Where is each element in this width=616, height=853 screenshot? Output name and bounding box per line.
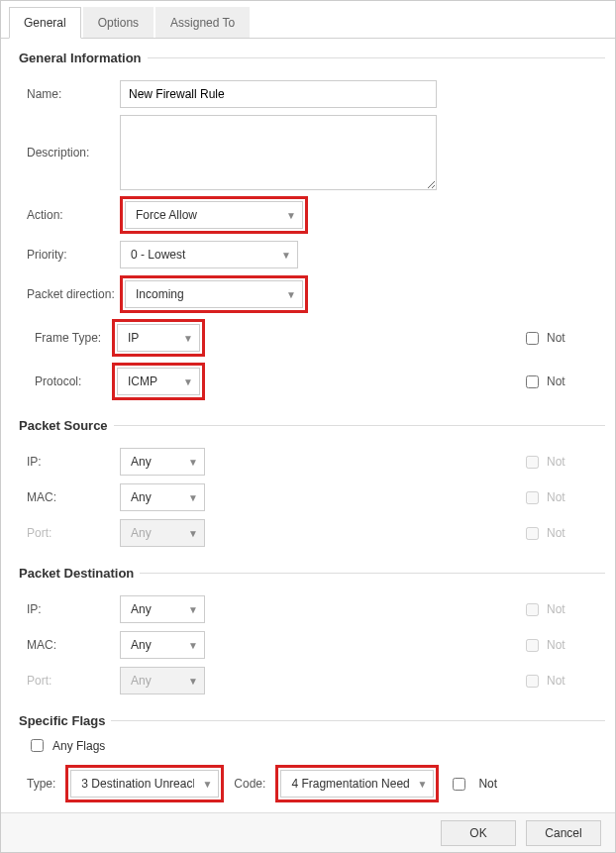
packet-direction-label: Packet direction: — [17, 287, 120, 301]
dst-port-not-label: Not — [547, 674, 565, 688]
caret-down-icon: ▼ — [188, 457, 198, 468]
protocol-highlight: ICMP ▼ — [112, 363, 205, 400]
section-packet-source-title: Packet Source — [17, 418, 114, 433]
dst-ip-not: Not — [526, 602, 605, 616]
dst-mac-not-checkbox — [526, 639, 539, 652]
protocol-not-label: Not — [547, 374, 565, 388]
tab-assigned-to[interactable]: Assigned To — [155, 7, 250, 38]
dst-ip-select[interactable]: Any ▼ — [120, 595, 205, 623]
any-flags-checkbox[interactable] — [31, 739, 44, 752]
description-label: Description: — [17, 146, 120, 160]
caret-down-icon: ▼ — [188, 676, 198, 687]
ok-button-label: OK — [469, 826, 486, 840]
src-port-not-checkbox — [526, 527, 539, 540]
flag-type-select-value: 3 Destination Unreacha — [81, 777, 194, 791]
src-port-not: Not — [526, 526, 605, 540]
dst-mac-label: MAC: — [17, 638, 120, 652]
caret-down-icon: ▼ — [188, 640, 198, 651]
src-mac-select-value: Any — [131, 490, 152, 504]
flag-type-select[interactable]: 3 Destination Unreacha ▼ — [70, 770, 219, 798]
frame-type-label: Frame Type: — [17, 331, 112, 345]
protocol-label: Protocol: — [17, 374, 112, 388]
frame-type-select[interactable]: IP ▼ — [117, 324, 200, 352]
dst-port-select: Any ▼ — [120, 667, 205, 694]
src-mac-not-label: Not — [547, 490, 565, 504]
priority-label: Priority: — [17, 248, 120, 262]
caret-down-icon: ▼ — [188, 492, 198, 503]
caret-down-icon: ▼ — [183, 333, 193, 344]
frame-type-not-checkbox[interactable] — [526, 332, 539, 345]
protocol-not-checkbox[interactable] — [526, 375, 539, 388]
tab-general-label: General — [24, 16, 66, 30]
dst-mac-select[interactable]: Any ▼ — [120, 631, 205, 659]
src-mac-label: MAC: — [17, 490, 120, 504]
flag-code-highlight: 4 Fragmentation Neede ▼ — [275, 765, 439, 802]
description-textarea[interactable] — [120, 115, 437, 190]
cancel-button[interactable]: Cancel — [526, 820, 601, 846]
dst-port-label: Port: — [17, 674, 120, 688]
priority-select[interactable]: 0 - Lowest ▼ — [120, 241, 298, 268]
section-packet-destination: Packet Destination IP: Any ▼ Not MAC: An… — [17, 566, 605, 705]
frame-type-highlight: IP ▼ — [112, 319, 205, 357]
action-select[interactable]: Force Allow ▼ — [125, 201, 303, 229]
section-specific-flags: Specific Flags Any Flags Type: 3 Destina… — [17, 713, 605, 812]
dst-ip-select-value: Any — [131, 602, 152, 616]
cancel-button-label: Cancel — [545, 826, 581, 840]
section-packet-source: Packet Source IP: Any ▼ Not MAC: Any ▼ N… — [17, 418, 605, 558]
section-general-information-title: General Information — [17, 51, 148, 65]
src-port-select: Any ▼ — [120, 519, 205, 547]
name-input[interactable] — [120, 80, 437, 108]
dst-port-not-checkbox — [526, 675, 539, 688]
tab-assigned-to-label: Assigned To — [170, 16, 235, 30]
caret-down-icon: ▼ — [417, 779, 427, 790]
src-ip-select-value: Any — [131, 455, 152, 469]
ok-button[interactable]: OK — [441, 820, 516, 846]
flag-not-label: Not — [478, 777, 497, 791]
packet-direction-highlight: Incoming ▼ — [120, 275, 308, 313]
packet-direction-select-value: Incoming — [136, 287, 184, 301]
dst-port-not: Not — [526, 674, 605, 688]
tab-options-label: Options — [98, 16, 139, 30]
caret-down-icon: ▼ — [183, 376, 193, 387]
action-select-value: Force Allow — [136, 208, 197, 222]
dst-mac-not: Not — [526, 638, 605, 652]
src-mac-select[interactable]: Any ▼ — [120, 483, 205, 511]
dst-port-select-value: Any — [131, 674, 152, 688]
tab-options[interactable]: Options — [83, 7, 154, 38]
dst-mac-not-label: Not — [547, 638, 565, 652]
protocol-select[interactable]: ICMP ▼ — [117, 368, 200, 395]
any-flags-label: Any Flags — [52, 739, 105, 753]
src-mac-not-checkbox — [526, 491, 539, 504]
dst-ip-label: IP: — [17, 602, 120, 616]
priority-select-value: 0 - Lowest — [131, 248, 185, 262]
src-ip-select[interactable]: Any ▼ — [120, 448, 205, 476]
form-scroll-area[interactable]: General Information Name: Description: A… — [1, 35, 615, 812]
src-port-select-value: Any — [131, 526, 152, 540]
flag-type-label: Type: — [27, 777, 55, 791]
src-ip-not-label: Not — [547, 455, 565, 469]
caret-down-icon: ▼ — [281, 250, 291, 261]
src-mac-not: Not — [526, 490, 605, 504]
caret-down-icon: ▼ — [188, 604, 198, 615]
flag-type-highlight: 3 Destination Unreacha ▼ — [65, 765, 224, 802]
flag-not-checkbox[interactable] — [453, 778, 465, 791]
tab-bar: General Options Assigned To — [1, 1, 615, 39]
src-port-not-label: Not — [547, 526, 565, 540]
caret-down-icon: ▼ — [286, 289, 296, 300]
src-ip-label: IP: — [17, 455, 120, 469]
flag-code-label: Code: — [234, 777, 265, 791]
dst-mac-select-value: Any — [131, 638, 152, 652]
src-port-label: Port: — [17, 526, 120, 540]
section-packet-destination-title: Packet Destination — [17, 566, 140, 581]
dst-ip-not-label: Not — [547, 602, 565, 616]
caret-down-icon: ▼ — [202, 779, 212, 790]
flag-code-select[interactable]: 4 Fragmentation Neede ▼ — [280, 770, 434, 798]
flag-code-select-value: 4 Fragmentation Neede — [291, 777, 409, 791]
packet-direction-select[interactable]: Incoming ▼ — [125, 280, 303, 308]
section-specific-flags-title: Specific Flags — [17, 713, 111, 728]
dst-ip-not-checkbox — [526, 603, 539, 616]
frame-type-not-label: Not — [547, 331, 565, 345]
action-highlight: Force Allow ▼ — [120, 196, 308, 234]
protocol-not: Not — [526, 374, 605, 388]
name-label: Name: — [17, 87, 120, 101]
